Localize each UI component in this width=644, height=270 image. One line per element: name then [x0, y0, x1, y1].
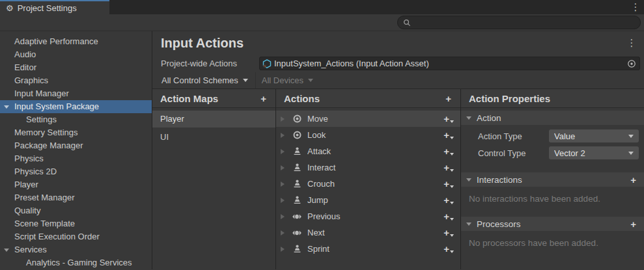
action-type-label: Action Type: [478, 131, 549, 141]
control-type-dropdown[interactable]: Vector 2: [549, 146, 639, 159]
sidebar-item-preset-manager[interactable]: Preset Manager: [0, 191, 152, 204]
foldout-closed-icon[interactable]: [281, 165, 285, 170]
action-row-next[interactable]: Next +: [276, 224, 460, 241]
gear-icon: ⚙: [6, 4, 14, 12]
sidebar-item-analytics-gaming-services[interactable]: Analytics - Gaming Services: [0, 256, 152, 269]
sidebar-item-quality[interactable]: Quality: [0, 204, 152, 217]
add-binding-button[interactable]: +: [443, 163, 454, 172]
button-icon: [292, 146, 302, 157]
action-maps-header: Action Maps +: [152, 89, 275, 108]
button-icon: [292, 195, 302, 206]
action-row-jump[interactable]: Jump +: [276, 192, 460, 208]
foldout-open-icon: [466, 178, 471, 182]
tab-project-settings[interactable]: ⚙ Project Settings: [0, 0, 109, 14]
input-action-asset-name: InputSystem_Actions (Input Action Asset): [272, 59, 624, 68]
action-type-row: Action Type Value: [461, 128, 644, 144]
toolbar-strip: [0, 14, 644, 31]
sidebar-item-script-execution-order[interactable]: Script Execution Order: [0, 230, 152, 243]
foldout-closed-icon[interactable]: [281, 247, 285, 252]
picker-target-icon: [627, 59, 636, 68]
add-binding-button[interactable]: +: [443, 179, 454, 189]
chevron-down-icon: [450, 169, 454, 172]
action-row-move[interactable]: Move +: [276, 111, 460, 127]
button-icon: [292, 163, 302, 173]
sidebar-item-graphics[interactable]: Graphics: [0, 74, 152, 87]
sidebar-item-settings[interactable]: Settings: [0, 113, 152, 126]
action-map-row-ui[interactable]: UI: [152, 129, 275, 146]
search-box[interactable]: [397, 16, 641, 29]
page-title: Input Actions: [161, 36, 623, 51]
chevron-down-icon: [628, 152, 634, 155]
foldout-closed-icon[interactable]: [281, 182, 285, 187]
add-binding-button[interactable]: +: [443, 244, 454, 254]
action-section-header[interactable]: Action: [461, 111, 644, 125]
sidebar-item-input-system-package[interactable]: Input System Package: [0, 100, 152, 113]
action-map-row-player[interactable]: Player: [152, 111, 275, 128]
input-action-asset-icon: [262, 59, 272, 69]
sidebar-item-physics-2d[interactable]: Physics 2D: [0, 165, 152, 178]
processors-empty-message: No processors have been added.: [461, 231, 644, 248]
action-row-attack[interactable]: Attack +: [276, 143, 460, 159]
button-icon: [292, 179, 302, 189]
add-binding-button[interactable]: +: [443, 195, 454, 205]
chevron-down-icon: [450, 137, 454, 139]
stick-icon: [292, 114, 302, 124]
sidebar-item-adaptive-performance[interactable]: Adaptive Performance: [0, 35, 152, 48]
kebab-icon: ⋮: [631, 1, 641, 13]
sidebar-item-scene-template[interactable]: Scene Template: [0, 217, 152, 230]
add-action-map-button[interactable]: +: [260, 94, 266, 103]
interactions-empty-message: No interactions have been added.: [461, 187, 644, 204]
foldout-open-icon[interactable]: [4, 105, 9, 109]
search-input[interactable]: [414, 18, 635, 27]
action-type-dropdown[interactable]: Value: [549, 129, 639, 142]
sidebar-item-player[interactable]: Player: [0, 178, 152, 191]
search-icon: [403, 19, 411, 27]
control-schemes-toolbar: All Control Schemes All Devices: [152, 72, 644, 88]
add-interaction-button[interactable]: +: [630, 175, 636, 185]
add-binding-button[interactable]: +: [443, 146, 454, 156]
add-binding-button[interactable]: +: [443, 228, 454, 237]
foldout-closed-icon[interactable]: [281, 116, 285, 122]
control-schemes-dropdown[interactable]: All Control Schemes: [156, 72, 256, 88]
foldout-open-icon: [466, 116, 471, 120]
chevron-down-icon: [243, 79, 248, 82]
processors-section-header[interactable]: Processors +: [461, 217, 644, 231]
add-binding-button[interactable]: +: [443, 114, 454, 124]
action-row-look[interactable]: Look +: [276, 127, 460, 143]
chevron-down-icon: [450, 153, 454, 155]
sidebar-item-memory-settings[interactable]: Memory Settings: [0, 126, 152, 139]
chevron-down-icon: [308, 79, 313, 82]
input-action-asset-field[interactable]: InputSystem_Actions (Input Action Asset): [259, 57, 640, 70]
add-binding-button[interactable]: +: [443, 211, 454, 221]
foldout-open-icon[interactable]: [4, 249, 9, 252]
sidebar-item-audio[interactable]: Audio: [0, 48, 152, 61]
action-row-previous[interactable]: Previous +: [276, 208, 460, 224]
foldout-closed-icon[interactable]: [281, 214, 285, 219]
object-picker-button[interactable]: [624, 57, 639, 70]
action-row-interact[interactable]: Interact +: [276, 159, 460, 176]
sidebar-item-physics[interactable]: Physics: [0, 152, 152, 165]
foldout-closed-icon[interactable]: [281, 149, 285, 154]
add-binding-button[interactable]: +: [443, 130, 454, 140]
sidebar-item-package-manager[interactable]: Package Manager: [0, 139, 152, 152]
add-action-button[interactable]: +: [445, 94, 451, 103]
sidebar-item-editor[interactable]: Editor: [0, 61, 152, 74]
sidebar-item-services[interactable]: Services: [0, 243, 152, 256]
foldout-closed-icon[interactable]: [281, 198, 285, 203]
axis-icon: [292, 228, 302, 238]
window-menu-button[interactable]: ⋮: [627, 0, 644, 14]
action-row-sprint[interactable]: Sprint +: [276, 241, 460, 257]
interactions-section-header[interactable]: Interactions +: [461, 172, 644, 187]
foldout-closed-icon[interactable]: [281, 133, 285, 138]
axis-icon: [292, 211, 302, 222]
chevron-down-icon: [450, 218, 454, 221]
action-row-crouch[interactable]: Crouch +: [276, 176, 460, 192]
add-processor-button[interactable]: +: [630, 219, 636, 229]
devices-dropdown: All Devices: [256, 72, 320, 88]
actions-column: Actions + Move +: [276, 89, 461, 269]
sidebar-item-input-manager[interactable]: Input Manager: [0, 87, 152, 100]
stick-icon: [292, 130, 302, 141]
foldout-closed-icon[interactable]: [281, 230, 285, 236]
panel-menu-button[interactable]: ⋮: [623, 37, 640, 49]
chevron-down-icon: [628, 135, 634, 138]
